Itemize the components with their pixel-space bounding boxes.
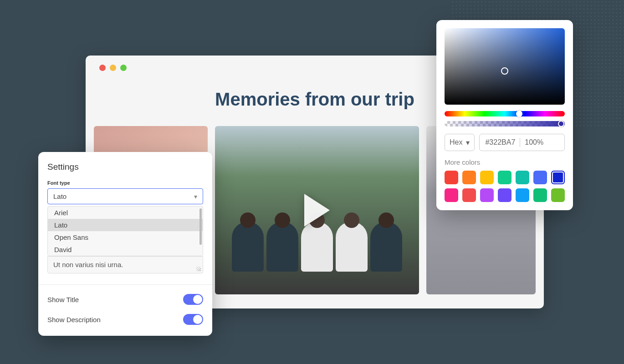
chevron-down-icon: ▾ (466, 138, 470, 147)
font-type-select[interactable]: Lato ▾ (47, 188, 203, 204)
gradient-cursor[interactable] (501, 67, 508, 75)
settings-title: Settings (38, 162, 212, 180)
hex-value: #322BA7 (485, 138, 515, 147)
font-type-selected: Lato (53, 192, 66, 200)
font-type-dropdown: Ariel Lato Open Sans David (47, 206, 203, 256)
swatch[interactable] (551, 188, 565, 202)
hue-slider[interactable] (445, 111, 565, 116)
font-option-ariel[interactable]: Ariel (48, 207, 203, 219)
more-colors-label: More colors (445, 158, 565, 166)
alpha-slider[interactable] (445, 121, 565, 126)
swatch[interactable] (498, 171, 511, 184)
font-option-lato[interactable]: Lato (48, 219, 203, 231)
hue-thumb[interactable] (516, 111, 522, 117)
swatch[interactable] (480, 171, 494, 184)
settings-panel: Settings Font type Lato ▾ Ariel Lato Ope… (38, 152, 212, 336)
swatch[interactable] (533, 171, 547, 184)
swatch[interactable] (462, 188, 476, 202)
swatch[interactable] (480, 188, 494, 202)
swatch[interactable] (445, 188, 458, 202)
swatch[interactable] (462, 171, 476, 184)
description-textarea[interactable]: Ut non varius nisi urna. (47, 256, 203, 273)
close-window-dot[interactable] (99, 65, 106, 71)
swatch-grid (445, 171, 565, 202)
gallery-image-center[interactable] (215, 126, 419, 294)
toggle-row-show-title: Show Title (38, 285, 212, 305)
swatch[interactable] (533, 188, 547, 202)
alpha-value: 100% (525, 138, 543, 147)
alpha-thumb[interactable] (558, 121, 564, 127)
minimize-window-dot[interactable] (110, 65, 116, 71)
swatch-selected[interactable] (551, 171, 565, 184)
toggle-row-show-description: Show Description (38, 305, 212, 325)
font-option-open-sans[interactable]: Open Sans (48, 231, 203, 243)
color-gradient-area[interactable] (445, 28, 565, 105)
font-option-david[interactable]: David (48, 243, 203, 256)
swatch[interactable] (498, 188, 511, 202)
resize-handle-icon[interactable] (196, 267, 201, 271)
chevron-down-icon: ▾ (194, 193, 197, 200)
swatch[interactable] (516, 188, 529, 202)
hex-row: Hex ▾ #322BA7 100% (445, 134, 565, 151)
maximize-window-dot[interactable] (120, 65, 127, 71)
hex-input[interactable]: #322BA7 100% (479, 134, 565, 151)
show-description-toggle[interactable] (183, 314, 203, 325)
font-type-label: Font type (38, 180, 212, 188)
play-icon[interactable] (304, 194, 330, 227)
color-format-select[interactable]: Hex ▾ (445, 134, 475, 151)
show-description-label: Show Description (47, 316, 101, 324)
swatch[interactable] (445, 171, 458, 184)
swatch[interactable] (516, 171, 529, 184)
show-title-label: Show Title (47, 296, 79, 303)
show-title-toggle[interactable] (183, 294, 203, 305)
color-picker-panel: Hex ▾ #322BA7 100% More colors (436, 20, 573, 210)
scrollbar[interactable] (199, 208, 202, 245)
